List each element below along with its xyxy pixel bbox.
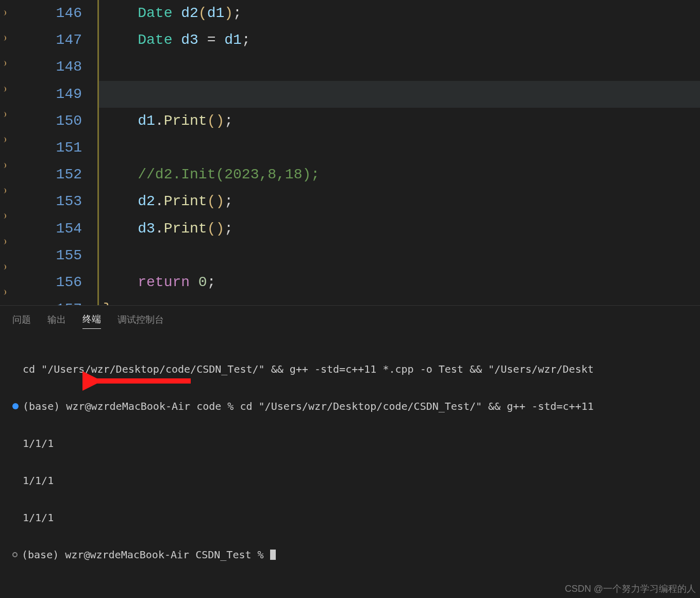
- code-line[interactable]: [99, 54, 700, 80]
- code-line[interactable]: //d2.Init(2023,8,18);: [99, 161, 700, 188]
- fold-marker-icon: [0, 204, 7, 229]
- bottom-panel: 问题 输出 终端 调试控制台 cd "/Users/wzr/Desktop/co…: [0, 305, 700, 598]
- terminal-line: cd "/Users/wzr/Desktop/code/CSDN_Test/" …: [23, 363, 594, 375]
- code-line[interactable]: [99, 81, 700, 108]
- fold-marker-icon: [0, 0, 7, 25]
- terminal-line: 1/1/1: [23, 511, 54, 524]
- line-number: 154: [7, 215, 82, 242]
- code-line[interactable]: Date d2(d1);: [99, 0, 700, 27]
- code-line[interactable]: d1.Print();: [99, 108, 700, 135]
- terminal-line: (base) wzr@wzrdeMacBook-Air CSDN_Test %: [22, 549, 270, 561]
- terminal-cursor-icon: [270, 550, 276, 560]
- tab-output[interactable]: 输出: [47, 313, 66, 329]
- code-line[interactable]: [99, 135, 700, 161]
- fold-marker-icon: [0, 25, 7, 51]
- fold-marker-icon: [0, 127, 7, 153]
- fold-marker-icon: [0, 51, 7, 76]
- terminal-view[interactable]: cd "/Users/wzr/Desktop/code/CSDN_Test/" …: [0, 333, 700, 598]
- fold-marker-icon: [0, 102, 7, 127]
- fold-marker-icon: [0, 76, 7, 102]
- code-line[interactable]: d2.Print();: [99, 188, 700, 215]
- line-number: 148: [7, 54, 82, 80]
- line-number: 150: [7, 108, 82, 135]
- left-markers: [0, 0, 7, 305]
- code-line[interactable]: Date d3 = d1;: [99, 27, 700, 54]
- line-number: 153: [7, 188, 82, 215]
- code-content[interactable]: Date d2(d1); Date d3 = d1; d1.Print(); /…: [99, 0, 700, 305]
- fold-marker-icon: [0, 280, 7, 305]
- line-number: 157: [7, 296, 82, 305]
- line-number: 146: [7, 0, 82, 27]
- code-line[interactable]: d3.Print();: [99, 215, 700, 242]
- code-editor[interactable]: 146147148149150151152153154155156157 Dat…: [0, 0, 700, 305]
- watermark: CSDN @一个努力学习编程的人: [565, 583, 696, 595]
- terminal-line: (base) wzr@wzrdeMacBook-Air code % cd "/…: [23, 400, 594, 412]
- fold-marker-icon: [0, 153, 7, 178]
- code-line[interactable]: return 0;: [99, 269, 700, 296]
- line-number-gutter: 146147148149150151152153154155156157: [7, 0, 97, 305]
- panel-tabs: 问题 输出 终端 调试控制台: [0, 306, 700, 333]
- code-line[interactable]: }: [99, 296, 700, 305]
- fold-marker-icon: [0, 229, 7, 254]
- fold-marker-icon: [0, 254, 7, 279]
- tab-terminal[interactable]: 终端: [82, 313, 101, 329]
- line-number: 156: [7, 269, 82, 296]
- fold-marker-icon: [0, 178, 7, 203]
- terminal-line: 1/1/1: [23, 437, 54, 450]
- tab-problems[interactable]: 问题: [12, 313, 31, 329]
- line-number: 152: [7, 161, 82, 188]
- code-line[interactable]: [99, 242, 700, 269]
- line-number: 149: [7, 81, 82, 108]
- line-number: 151: [7, 135, 82, 161]
- tab-debug-console[interactable]: 调试控制台: [118, 313, 164, 329]
- line-number: 155: [7, 242, 82, 269]
- line-number: 147: [7, 27, 82, 54]
- status-dot-running-icon: [12, 403, 19, 409]
- terminal-line: 1/1/1: [23, 474, 54, 487]
- status-dot-idle-icon: [12, 552, 18, 557]
